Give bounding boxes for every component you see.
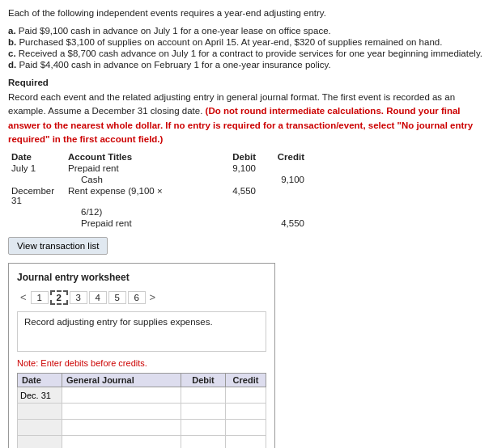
events-list: a. Paid $9,100 cash in advance on July 1… — [8, 26, 485, 70]
cell-account-5: Prepaid rent — [65, 218, 210, 229]
required-label: Required — [8, 78, 485, 87]
entry-date-input-1[interactable] — [18, 387, 62, 403]
table-row: Cash 9,100 — [8, 174, 308, 185]
event-b: b. Purchased $3,100 of supplies on accou… — [8, 37, 485, 47]
page-3-button[interactable]: 3 — [70, 291, 87, 304]
cell-credit-1 — [259, 163, 308, 174]
entry-row-2 — [18, 404, 266, 420]
entry-credit-2[interactable] — [226, 404, 266, 420]
pagination: < 1 2 3 4 5 6 > — [17, 290, 266, 305]
cell-credit-4 — [259, 206, 308, 218]
entry-date-input-3[interactable] — [18, 420, 62, 435]
entry-debit-input-2[interactable] — [181, 404, 225, 419]
entry-credit-input-1[interactable] — [226, 387, 266, 403]
cell-credit-2: 9,100 — [259, 174, 308, 185]
required-text1: Record each event and the related adjust… — [8, 91, 485, 146]
entry-journal-1[interactable] — [62, 387, 181, 404]
instruction-text: Record adjusting entry for supplies expe… — [24, 317, 213, 327]
entry-date-2[interactable] — [18, 404, 62, 420]
worksheet-box: Journal entry worksheet < 1 2 3 4 5 6 > … — [8, 263, 275, 448]
required-section: Required Record each event and the relat… — [8, 78, 485, 229]
view-transaction-list-button[interactable]: View transaction list — [8, 237, 108, 255]
entry-date-input-4[interactable] — [18, 436, 62, 448]
cell-account-3: Rent expense (9,100 × — [65, 185, 210, 206]
entry-credit-3[interactable] — [226, 420, 266, 436]
entry-table: Date General Journal Debit Credit — [17, 373, 266, 448]
cell-credit-3 — [259, 185, 308, 206]
cell-date-4 — [8, 206, 65, 218]
col-header-date: Date — [8, 151, 65, 163]
entry-credit-input-2[interactable] — [226, 404, 266, 419]
note-text: Note: Enter debits before credits. — [17, 358, 266, 368]
entry-journal-3[interactable] — [62, 420, 181, 436]
cell-debit-1: 9,100 — [210, 163, 259, 174]
entry-date-3[interactable] — [18, 420, 62, 436]
table-row: 6/12) — [8, 206, 308, 218]
intro-text: Each of the following independent events… — [8, 8, 485, 18]
col-header-debit: Debit — [210, 151, 259, 163]
table-row: Prepaid rent 4,550 — [8, 218, 308, 229]
entry-row-1 — [18, 387, 266, 404]
th-debit: Debit — [181, 374, 226, 387]
cell-debit-5 — [210, 218, 259, 229]
cell-account-2: Cash — [65, 174, 210, 185]
entry-debit-4[interactable] — [181, 436, 226, 449]
entry-journal-4[interactable] — [62, 436, 181, 449]
page-5-button[interactable]: 5 — [108, 291, 126, 304]
th-date: Date — [18, 374, 62, 387]
entry-row-4 — [18, 436, 266, 449]
entry-credit-4[interactable] — [226, 436, 266, 449]
th-credit: Credit — [226, 374, 266, 387]
entry-date-1[interactable] — [18, 387, 62, 404]
cell-account-4: 6/12) — [65, 206, 210, 218]
event-c: c. Received a $8,700 cash advance on Jul… — [8, 49, 485, 58]
entry-credit-input-3[interactable] — [226, 420, 266, 435]
journal-table: Date Account Titles Debit Credit July 1 … — [8, 151, 485, 229]
cell-debit-2 — [210, 174, 259, 185]
entry-journal-input-1[interactable] — [62, 387, 181, 403]
next-page-button[interactable]: > — [147, 290, 159, 305]
prev-page-button[interactable]: < — [17, 290, 30, 305]
event-d: d. Paid $4,400 cash in advance on Februa… — [8, 60, 485, 70]
cell-date-5 — [8, 218, 65, 229]
entry-journal-input-4[interactable] — [62, 436, 181, 448]
entry-debit-1[interactable] — [181, 387, 226, 404]
cell-date-2 — [8, 174, 65, 185]
entry-debit-2[interactable] — [181, 404, 226, 420]
cell-account-1: Prepaid rent — [65, 163, 210, 174]
page-4-button[interactable]: 4 — [89, 291, 107, 304]
cell-credit-5: 4,550 — [259, 218, 308, 229]
entry-row-3 — [18, 420, 266, 436]
instruction-box: Record adjusting entry for supplies expe… — [17, 311, 266, 352]
entry-credit-input-4[interactable] — [226, 436, 266, 448]
page-2-button[interactable]: 2 — [50, 290, 68, 305]
th-general-journal: General Journal — [62, 374, 181, 387]
cell-debit-3: 4,550 — [210, 185, 259, 206]
col-header-account: Account Titles — [65, 151, 210, 163]
entry-debit-3[interactable] — [181, 420, 226, 436]
entry-debit-input-3[interactable] — [181, 420, 225, 435]
entry-debit-input-4[interactable] — [181, 436, 225, 448]
entry-credit-1[interactable] — [226, 387, 266, 404]
entry-journal-input-2[interactable] — [62, 404, 181, 419]
highlight-text: (Do not round intermediate calculations.… — [8, 106, 473, 144]
entry-date-4[interactable] — [18, 436, 62, 449]
entry-debit-input-1[interactable] — [181, 387, 225, 403]
entry-date-input-2[interactable] — [18, 404, 62, 419]
cell-date-1: July 1 — [8, 163, 65, 174]
table-row: July 1 Prepaid rent 9,100 — [8, 163, 308, 174]
entry-journal-2[interactable] — [62, 404, 181, 420]
page-6-button[interactable]: 6 — [128, 291, 146, 304]
event-a: a. Paid $9,100 cash in advance on July 1… — [8, 26, 485, 36]
entry-journal-input-3[interactable] — [62, 420, 181, 435]
col-header-credit: Credit — [259, 151, 308, 163]
page-1-button[interactable]: 1 — [31, 291, 49, 304]
table-row: December 31 Rent expense (9,100 × 4,550 — [8, 185, 308, 206]
worksheet-title: Journal entry worksheet — [17, 272, 266, 283]
cell-date-3: December 31 — [8, 185, 65, 206]
cell-debit-4 — [210, 206, 259, 218]
